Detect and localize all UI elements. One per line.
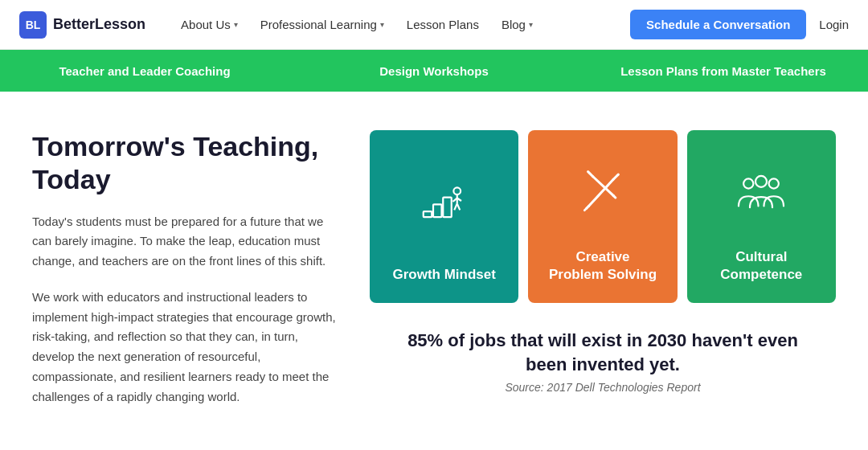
card-growth-mindset[interactable]: Growth Mindset: [370, 130, 518, 303]
chevron-down-icon: ▾: [380, 20, 384, 29]
left-column: Tomorrow's Teaching, Today Today's stude…: [32, 130, 338, 423]
card-creative-problem-solving[interactable]: CreativeProblem Solving: [528, 130, 677, 303]
svg-point-17: [743, 179, 753, 189]
logo-icon: BL: [19, 11, 47, 39]
svg-rect-2: [443, 198, 452, 218]
stat-block: 85% of jobs that will exist in 2030 have…: [370, 329, 836, 394]
card-cultural-competence[interactable]: CulturalCompetence: [687, 130, 836, 303]
svg-line-8: [457, 204, 460, 211]
cards-row: Growth Mindset: [370, 130, 836, 303]
svg-line-15: [588, 172, 593, 177]
creative-problem-solving-icon: [541, 146, 664, 239]
svg-rect-0: [423, 212, 432, 218]
svg-point-18: [755, 176, 767, 187]
green-bar-coaching[interactable]: Teacher and Leader Coaching: [0, 50, 289, 92]
nav-professional-learning[interactable]: Professional Learning ▾: [251, 11, 394, 38]
card-creative-label: CreativeProblem Solving: [549, 248, 657, 284]
hero-para-2: We work with educators and instructional…: [32, 288, 338, 407]
green-bar-lesson-plans[interactable]: Lesson Plans from Master Teachers: [579, 50, 868, 92]
navbar: BL BetterLesson About Us ▾ Professional …: [0, 0, 868, 50]
logo-text: BetterLesson: [53, 16, 145, 33]
nav-right: Schedule a Conversation Login: [630, 10, 849, 39]
logo-link[interactable]: BL BetterLesson: [19, 11, 145, 39]
stat-main-text: 85% of jobs that will exist in 2030 have…: [386, 329, 820, 376]
growth-mindset-icon: [383, 146, 506, 256]
green-bar-workshops[interactable]: Design Workshops: [289, 50, 579, 92]
nav-about[interactable]: About Us ▾: [171, 11, 248, 38]
card-growth-label: Growth Mindset: [392, 266, 495, 284]
svg-point-3: [453, 188, 461, 195]
card-cultural-label: CulturalCompetence: [720, 248, 802, 284]
right-column: Growth Mindset: [370, 130, 836, 394]
svg-point-19: [769, 179, 779, 189]
svg-line-16: [613, 196, 616, 198]
green-bar: Teacher and Leader Coaching Design Works…: [0, 50, 868, 92]
hero-para-1: Today's students must be prepared for a …: [32, 212, 338, 272]
nav-blog[interactable]: Blog ▾: [492, 11, 542, 38]
login-button[interactable]: Login: [819, 18, 849, 31]
main-content: Tomorrow's Teaching, Today Today's stude…: [0, 92, 868, 448]
svg-rect-1: [433, 205, 442, 218]
chevron-down-icon: ▾: [529, 20, 533, 29]
nav-lesson-plans[interactable]: Lesson Plans: [397, 11, 489, 38]
svg-line-10: [613, 175, 618, 180]
nav-links: About Us ▾ Professional Learning ▾ Lesso…: [171, 11, 624, 38]
svg-line-12: [584, 209, 587, 211]
schedule-button[interactable]: Schedule a Conversation: [630, 10, 806, 39]
cultural-competence-icon: [700, 146, 823, 239]
hero-title: Tomorrow's Teaching, Today: [32, 130, 338, 196]
chevron-down-icon: ▾: [234, 20, 238, 29]
stat-source-text: Source: 2017 Dell Technologies Report: [386, 381, 820, 394]
svg-line-14: [593, 177, 613, 196]
